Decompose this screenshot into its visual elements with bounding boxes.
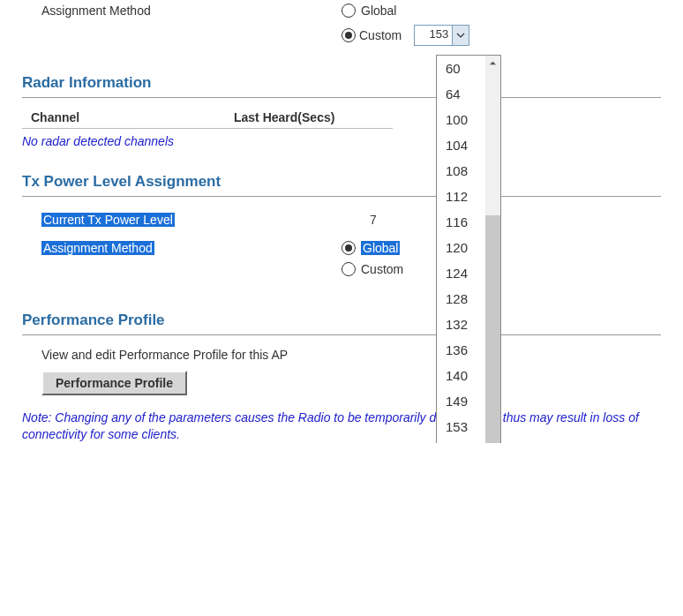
dropdown-option[interactable]: 153 [437, 414, 485, 439]
note-text: Note: Changing any of the parameters cau… [22, 409, 661, 443]
dropdown-option[interactable]: 100 [437, 107, 485, 132]
tx-custom-text: Custom [361, 262, 403, 276]
tx-global-text: Global [361, 241, 400, 255]
radar-col-channel: Channel [22, 110, 234, 124]
dropdown-option[interactable]: 60 [437, 56, 485, 81]
dropdown-option[interactable]: 132 [437, 312, 485, 337]
channel-select[interactable]: 153 [414, 25, 469, 46]
dropdown-option[interactable]: 149 [437, 388, 485, 414]
dropdown-option[interactable]: 120 [437, 235, 485, 260]
dropdown-option[interactable]: 108 [437, 158, 485, 184]
tx-current-level-label: Current Tx Power Level [41, 213, 175, 227]
divider [22, 334, 661, 335]
dropdown-option[interactable]: 157 [437, 439, 485, 443]
radar-empty-message: No radar detected channels [22, 134, 661, 148]
tx-power-header: Tx Power Level Assignment [22, 173, 661, 191]
radar-table-header: Channel Last Heard(Secs) [22, 110, 661, 124]
dropdown-option[interactable]: 104 [437, 132, 485, 158]
radar-col-last-heard: Last Heard(Secs) [234, 110, 410, 124]
dropdown-option[interactable]: 112 [437, 184, 485, 209]
dropdown-option[interactable]: 128 [437, 286, 485, 312]
divider [22, 128, 393, 129]
tx-global-radio[interactable] [342, 241, 356, 255]
dropdown-option[interactable]: 116 [437, 209, 485, 235]
channel-custom-radio[interactable] [342, 28, 356, 42]
performance-profile-button[interactable]: Performance Profile [41, 371, 187, 395]
dropdown-option[interactable]: 136 [437, 337, 485, 363]
scroll-track[interactable] [485, 71, 500, 443]
performance-profile-desc: View and edit Performance Profile for th… [22, 348, 661, 362]
divider [22, 196, 661, 197]
scroll-thumb[interactable] [485, 215, 500, 443]
divider [22, 97, 661, 98]
dropdown-option[interactable]: 64 [437, 81, 485, 107]
dropdown-option[interactable]: 140 [437, 363, 485, 388]
performance-profile-header: Performance Profile [22, 312, 661, 329]
dropdown-option[interactable]: 124 [437, 260, 485, 286]
tx-current-level-value: 7 [370, 213, 377, 227]
tx-custom-radio[interactable] [342, 262, 356, 276]
channel-assignment-method-label: Assignment Method [22, 4, 342, 18]
channel-dropdown[interactable]: 6064100104108112116120124128132136140149… [436, 55, 501, 443]
scroll-up-icon[interactable] [485, 56, 500, 71]
tx-assignment-method-label: Assignment Method [41, 241, 154, 255]
channel-global-text: Global [361, 4, 396, 18]
radar-info-header: Radar Information [22, 74, 661, 92]
channel-custom-text: Custom [359, 28, 402, 42]
scrollbar[interactable] [485, 56, 500, 443]
channel-select-value: 153 [415, 26, 453, 45]
channel-global-radio[interactable] [342, 4, 356, 18]
chevron-down-icon[interactable] [453, 26, 469, 45]
